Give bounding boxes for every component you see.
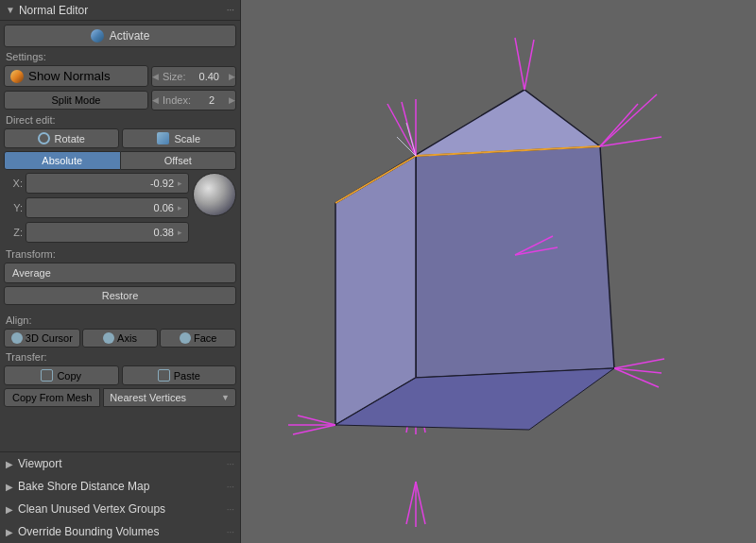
align-row: 3D Cursor Axis Face — [4, 329, 236, 348]
sphere-preview — [193, 173, 236, 216]
average-field[interactable]: Average — [4, 263, 236, 283]
z-value: 0.38 — [32, 227, 174, 238]
svg-line-17 — [614, 359, 664, 368]
split-mode-button[interactable]: Split Mode — [4, 91, 148, 110]
activate-icon — [91, 29, 104, 42]
size-value: 0.40 — [189, 71, 229, 82]
activate-label: Activate — [110, 29, 150, 42]
svg-line-14 — [293, 425, 335, 434]
show-normals-button[interactable]: Show Normals — [4, 65, 148, 87]
y-label: Y: — [4, 202, 23, 213]
svg-line-24 — [406, 482, 416, 524]
override-section-header[interactable]: ▶ Override Bounding Volumes ··· — [0, 520, 240, 543]
bake-collapse-icon: ▶ — [6, 482, 13, 492]
3d-viewport[interactable] — [241, 0, 756, 543]
clean-section-header[interactable]: ▶ Clean Unused Vertex Groups ··· — [0, 498, 240, 520]
select-arrow-icon: ▼ — [221, 393, 230, 402]
x-label: X: — [4, 178, 23, 189]
direct-edit-label: Direct edit: — [6, 114, 236, 126]
z-row: Z: 0.38 ▸ — [4, 222, 189, 243]
viewport-scene — [241, 0, 695, 543]
panel-title: Normal Editor — [19, 4, 88, 17]
y-field[interactable]: 0.06 ▸ — [26, 197, 189, 218]
split-mode-label: Split Mode — [52, 94, 101, 106]
z-field[interactable]: 0.38 ▸ — [26, 222, 189, 243]
clean-section-title: Clean Unused Vertex Groups — [18, 502, 222, 516]
rotate-button[interactable]: Rotate — [4, 128, 119, 148]
viewport-section-dots: ··· — [227, 459, 234, 469]
xyz-fields: X: -0.92 ▸ Y: 0.06 ▸ Z: 0.38 — [4, 173, 189, 245]
restore-button[interactable]: Restore — [4, 286, 236, 305]
panel-options-icon[interactable]: ··· — [227, 5, 234, 15]
viewport-collapse-icon: ▶ — [6, 459, 13, 469]
y-row: Y: 0.06 ▸ — [4, 197, 189, 218]
size-left-arrow[interactable]: ◀ — [152, 72, 159, 81]
cursor-icon — [11, 332, 23, 344]
y-value: 0.06 — [32, 202, 174, 213]
x-field[interactable]: -0.92 ▸ — [26, 173, 189, 194]
svg-line-15 — [298, 416, 335, 425]
viewport-section-title: Viewport — [18, 457, 222, 470]
copy-from-row: Copy From Mesh Nearest Vertices ▼ — [4, 388, 236, 407]
clean-section-dots: ··· — [227, 504, 234, 515]
scale-label: Scale — [174, 133, 200, 144]
copy-from-mesh-label: Copy From Mesh — [12, 392, 92, 403]
tab-offset[interactable]: Offset — [121, 151, 237, 170]
split-mode-row: Split Mode ◀ Index: 2 ▶ — [4, 90, 236, 110]
panel-collapse-icon[interactable]: ▼ — [6, 5, 15, 15]
z-label: Z: — [4, 227, 23, 238]
xyz-sphere-group: X: -0.92 ▸ Y: 0.06 ▸ Z: 0.38 — [4, 173, 236, 245]
face-icon — [180, 332, 191, 344]
cursor-label: 3D Cursor — [26, 332, 73, 344]
bake-section-dots: ··· — [227, 482, 234, 492]
left-panel: ▼ Normal Editor ··· Activate Settings: S… — [0, 0, 241, 543]
x-arrows[interactable]: ▸ — [178, 178, 182, 188]
svg-line-8 — [387, 104, 416, 156]
panel-content: Activate Settings: Show Normals ◀ Size: … — [0, 21, 240, 451]
mode-tabs: Absolute Offset — [4, 151, 236, 170]
viewport-section-header[interactable]: ▶ Viewport ··· — [0, 452, 240, 475]
align-axis-button[interactable]: Axis — [82, 329, 159, 348]
index-left-arrow[interactable]: ◀ — [152, 95, 159, 105]
size-right-arrow[interactable]: ▶ — [229, 72, 235, 81]
copy-paste-row: Copy Paste — [4, 365, 236, 385]
activate-button[interactable]: Activate — [4, 25, 236, 47]
align-label: Align: — [6, 314, 236, 326]
override-section-title: Override Bounding Volumes — [18, 525, 222, 538]
average-value: Average — [12, 267, 51, 279]
copy-icon — [41, 369, 53, 382]
axis-icon — [103, 332, 114, 344]
rotate-icon — [38, 132, 50, 144]
rotate-label: Rotate — [55, 133, 85, 144]
transform-label: Transform: — [6, 248, 236, 260]
index-label: Index: — [159, 94, 195, 106]
align-cursor-button[interactable]: 3D Cursor — [4, 329, 80, 348]
axis-label: Axis — [117, 332, 137, 344]
svg-line-12 — [524, 40, 534, 90]
z-arrows[interactable]: ▸ — [178, 228, 182, 237]
bake-section-header[interactable]: ▶ Bake Shore Distance Map ··· — [0, 475, 240, 498]
copy-from-mesh-button[interactable]: Copy From Mesh — [4, 388, 100, 407]
index-field[interactable]: ◀ Index: 2 ▶ — [151, 90, 236, 110]
panel-header: ▼ Normal Editor ··· — [0, 0, 240, 21]
clean-collapse-icon: ▶ — [6, 504, 13, 515]
copy-label: Copy — [57, 370, 81, 382]
align-face-button[interactable]: Face — [160, 329, 236, 348]
svg-line-7 — [600, 104, 638, 146]
direct-edit-row: Rotate Scale — [4, 128, 236, 148]
index-right-arrow[interactable]: ▶ — [229, 95, 235, 105]
scale-button[interactable]: Scale — [122, 128, 237, 148]
svg-marker-0 — [416, 146, 614, 378]
copy-button[interactable]: Copy — [4, 365, 119, 385]
tab-absolute[interactable]: Absolute — [4, 151, 121, 170]
y-arrows[interactable]: ▸ — [178, 203, 182, 212]
show-normals-icon — [10, 70, 24, 83]
size-field[interactable]: ◀ Size: 0.40 ▶ — [151, 66, 236, 87]
svg-line-11 — [515, 38, 524, 90]
bake-section-title: Bake Shore Distance Map — [18, 480, 222, 493]
settings-label: Settings: — [6, 51, 236, 62]
scale-icon — [157, 132, 169, 144]
paste-button[interactable]: Paste — [122, 365, 237, 385]
paste-icon — [158, 369, 170, 382]
copy-from-select[interactable]: Nearest Vertices ▼ — [103, 388, 236, 407]
